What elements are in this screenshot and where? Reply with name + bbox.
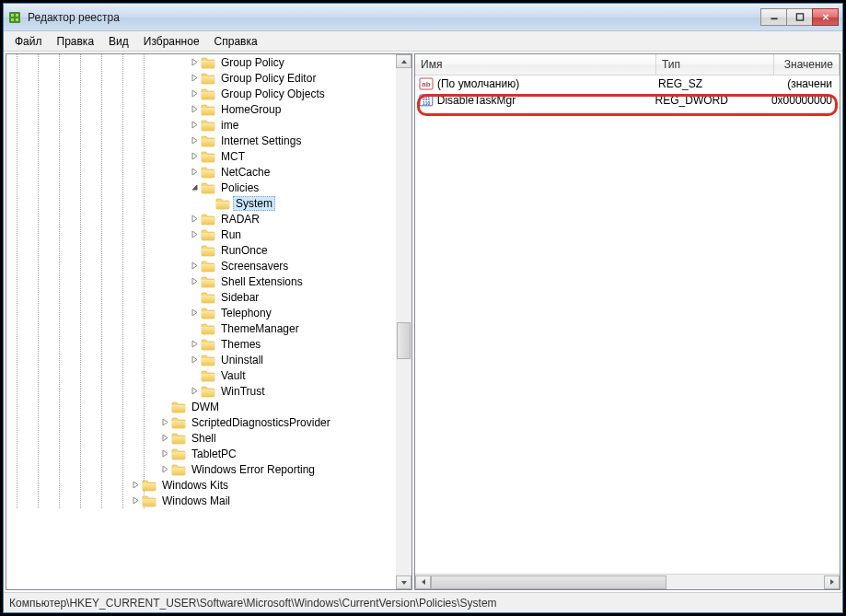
tree-item-label[interactable]: System [233,196,275,211]
tree-item-label[interactable]: Shell [189,431,219,446]
tree-item[interactable]: WinTrust [158,383,411,399]
collapse-icon[interactable] [188,181,201,194]
expand-icon[interactable] [188,213,201,226]
tree-item[interactable]: Windows Mail [129,493,411,508]
scroll-down-button[interactable] [396,575,411,589]
minimize-button[interactable] [760,8,787,26]
expand-icon[interactable] [188,307,201,320]
expand-icon[interactable] [188,103,201,116]
titlebar[interactable]: Редактор реестра [4,4,842,31]
list-row[interactable]: 011110DisableTaskMgrREG_DWORD0x00000000 [415,92,840,109]
expand-icon[interactable] [129,479,142,492]
tree-item-label[interactable]: Telephony [218,306,274,320]
expand-icon[interactable] [188,56,201,69]
tree-item[interactable]: Run [158,227,411,242]
tree-item[interactable]: TabletPC [144,446,411,461]
tree-item-label[interactable]: Sidebar [218,290,261,305]
tree-item[interactable]: System [158,195,411,211]
tree-pane[interactable]: Group PolicyGroup Policy EditorGroup Pol… [6,53,412,590]
expand-icon[interactable] [188,275,201,288]
tree-item[interactable]: Shell [144,430,411,446]
tree-item-label[interactable]: Vault [218,368,248,383]
close-button[interactable] [812,8,839,26]
scroll-right-button[interactable] [824,575,840,589]
tree-item-label[interactable]: Shell Extensions [218,274,306,289]
expand-icon[interactable] [188,260,201,273]
expand-icon[interactable] [188,72,201,85]
tree-item-label[interactable]: NetCache [218,165,272,180]
tree-item-label[interactable]: Policies [218,180,261,195]
column-header-type[interactable]: Тип [656,54,774,75]
expand-icon[interactable] [188,166,201,179]
tree-item[interactable]: Windows Kits [129,477,411,493]
list-horizontal-scrollbar[interactable] [415,574,840,589]
tree-item[interactable]: RunOnce [158,242,411,258]
tree-item-label[interactable]: Uninstall [218,353,266,367]
tree-item-label[interactable]: DWM [189,400,222,414]
tree-item[interactable]: Screensavers [158,258,411,273]
expand-icon[interactable] [158,463,171,476]
expand-icon[interactable] [158,447,171,460]
tree-item[interactable]: Group Policy [158,54,411,70]
tree-item-label[interactable]: Group Policy [218,55,287,70]
tree-item[interactable]: ScriptedDiagnosticsProvider [144,414,411,430]
tree-item-label[interactable]: ThemeManager [218,321,302,336]
tree-item-label[interactable]: MCT [218,149,248,164]
tree-item-label[interactable]: TabletPC [189,447,239,461]
menu-file[interactable]: Файл [7,32,50,51]
menu-edit[interactable]: Правка [50,32,102,51]
tree-item-label[interactable]: Windows Mail [159,494,233,508]
tree-item-label[interactable]: Windows Kits [159,478,231,493]
expand-icon[interactable] [188,134,201,147]
tree-item[interactable]: Group Policy Editor [158,70,411,86]
tree-item[interactable]: Shell Extensions [158,273,411,289]
tree-item-label[interactable]: RADAR [218,212,262,227]
tree-item[interactable]: RADAR [158,211,411,227]
menu-view[interactable]: Вид [101,32,136,51]
tree-item[interactable]: Policies [158,180,411,195]
list-row[interactable]: ab(По умолчанию)REG_SZ(значени [415,76,840,92]
menu-favorites[interactable]: Избранное [136,32,207,51]
tree-item[interactable]: DWM [144,399,411,414]
expand-icon[interactable] [188,228,201,241]
tree-item[interactable]: MCT [158,148,411,164]
expand-icon[interactable] [188,150,201,163]
expand-icon[interactable] [129,494,142,507]
expand-icon[interactable] [158,416,171,429]
tree-item[interactable]: Internet Settings [158,133,411,148]
tree-item[interactable]: HomeGroup [158,101,411,117]
column-header-value[interactable]: Значение [774,54,840,75]
tree-item[interactable]: ThemeManager [158,320,411,336]
tree-item-label[interactable]: Group Policy Objects [218,87,328,101]
expand-icon[interactable] [188,354,201,366]
tree-item-label[interactable]: Run [218,227,244,242]
tree-item-label[interactable]: Themes [218,337,263,352]
tree-item[interactable]: Group Policy Objects [158,86,411,101]
maximize-button[interactable] [786,8,813,26]
menu-help[interactable]: Справка [207,32,265,51]
list-body[interactable]: ab(По умолчанию)REG_SZ(значени011110Disa… [415,76,840,574]
tree-item-label[interactable]: WinTrust [218,384,268,399]
scroll-thumb[interactable] [397,322,411,359]
tree-item-label[interactable]: HomeGroup [218,102,284,117]
tree-item-label[interactable]: Windows Error Reporting [189,462,318,477]
scroll-up-button[interactable] [396,54,411,68]
tree-item-label[interactable]: Screensavers [218,259,291,273]
tree-item[interactable]: NetCache [158,164,411,180]
tree-item[interactable]: Themes [158,336,411,352]
expand-icon[interactable] [188,338,201,351]
column-header-name[interactable]: Имя [415,54,656,75]
tree-item-label[interactable]: Internet Settings [218,134,304,148]
expand-icon[interactable] [158,432,171,445]
tree-item-label[interactable]: ime [218,118,241,133]
scroll-left-button[interactable] [415,575,431,589]
expand-icon[interactable] [188,385,201,398]
tree-item[interactable]: ime [158,117,411,133]
tree-item[interactable]: Telephony [158,305,411,320]
tree-item[interactable]: Vault [158,367,411,383]
tree-item[interactable]: Uninstall [158,352,411,367]
tree-item[interactable]: Windows Error Reporting [144,461,411,477]
tree-vertical-scrollbar[interactable] [396,54,411,589]
tree-item[interactable]: Sidebar [158,289,411,305]
expand-icon[interactable] [188,87,201,100]
